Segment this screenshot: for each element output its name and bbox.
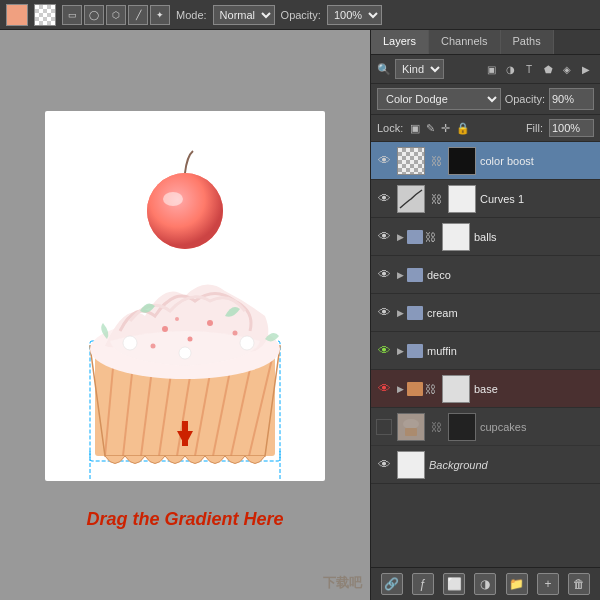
folder-icon-deco <box>407 268 423 282</box>
visibility-toggle-curves1[interactable]: 👁 <box>375 190 393 208</box>
svg-point-19 <box>175 317 179 321</box>
kind-row: 🔍 Kind ▣ ◑ T ⬟ ◈ ▶ <box>371 55 600 84</box>
svg-point-23 <box>243 339 247 343</box>
custom-tool[interactable]: ✦ <box>150 5 170 25</box>
layer-name-cupcakes: cupcakes <box>480 421 526 433</box>
visibility-toggle-deco[interactable]: 👁 <box>375 266 393 284</box>
kind-select[interactable]: Kind <box>395 59 444 79</box>
panel-bottom-bar: 🔗 ƒ ⬜ ◑ 📁 + 🗑 <box>371 567 600 600</box>
visibility-toggle-cupcakes[interactable] <box>375 418 393 436</box>
layer-base[interactable]: 👁 ▶ ⛓ base <box>371 370 600 408</box>
svg-point-22 <box>240 336 254 350</box>
expand-muffin[interactable]: ▶ <box>393 344 407 358</box>
foreground-color[interactable] <box>6 4 28 26</box>
eye-icon: 👁 <box>378 191 391 206</box>
eye-icon: 👁 <box>378 229 391 244</box>
layers-list: 👁 ⛓ color boost 👁 ⛓ <box>371 142 600 567</box>
lock-label: Lock: <box>377 122 403 134</box>
canvas-area[interactable]: Drag the Gradient Here 下载吧 <box>0 30 370 600</box>
layer-thumb-balls <box>442 223 470 251</box>
new-layer-button[interactable]: + <box>537 573 559 595</box>
mode-label: Mode: <box>176 9 207 21</box>
watermark: 下载吧 <box>323 574 362 592</box>
visibility-toggle-muffin[interactable]: 👁 <box>375 342 393 360</box>
mode-select[interactable]: Normal <box>213 5 275 25</box>
lock-icons: ▣ ✎ ✛ 🔒 <box>409 121 471 136</box>
layer-cupcakes[interactable]: ⛓ cupcakes <box>371 408 600 446</box>
eye-icon: 👁 <box>378 305 391 320</box>
circle-tool[interactable]: ◯ <box>84 5 104 25</box>
line-tool[interactable]: ╱ <box>128 5 148 25</box>
svg-point-21 <box>126 339 130 343</box>
background-color[interactable] <box>34 4 56 26</box>
chain-icon: ⛓ <box>425 383 436 395</box>
add-style-button[interactable]: ƒ <box>412 573 434 595</box>
shape-tools: ▭ ◯ ⬡ ╱ ✦ <box>62 5 170 25</box>
opacity-input[interactable] <box>549 88 594 110</box>
drag-instruction-text: Drag the Gradient Here <box>86 509 283 530</box>
visibility-toggle-cream[interactable]: 👁 <box>375 304 393 322</box>
expand-deco[interactable]: ▶ <box>393 268 407 282</box>
svg-point-27 <box>163 192 183 206</box>
eye-icon-green: 👁 <box>378 343 391 358</box>
svg-point-18 <box>233 330 238 335</box>
delete-layer-button[interactable]: 🗑 <box>568 573 590 595</box>
add-mask-button[interactable]: ⬜ <box>443 573 465 595</box>
layer-name-color-boost: color boost <box>480 155 534 167</box>
layer-muffin[interactable]: 👁 ▶ muffin <box>371 332 600 370</box>
adjustment-filter-icon[interactable]: ◑ <box>502 61 518 77</box>
expand-cream[interactable]: ▶ <box>393 306 407 320</box>
layer-thumb-color-boost <box>397 147 425 175</box>
layer-background[interactable]: 👁 Background <box>371 446 600 484</box>
blend-mode-select[interactable]: Color Dodge <box>377 88 501 110</box>
link-layers-button[interactable]: 🔗 <box>381 573 403 595</box>
type-filter-icon[interactable]: T <box>521 61 537 77</box>
add-adjustment-button[interactable]: ◑ <box>474 573 496 595</box>
layer-name-balls: balls <box>474 231 497 243</box>
layer-cream[interactable]: 👁 ▶ cream <box>371 294 600 332</box>
visibility-toggle-balls[interactable]: 👁 <box>375 228 393 246</box>
layer-color-boost[interactable]: 👁 ⛓ color boost <box>371 142 600 180</box>
svg-rect-31 <box>182 421 188 446</box>
layer-thumb-curves1 <box>397 185 425 213</box>
top-toolbar: ▭ ◯ ⬡ ╱ ✦ Mode: Normal Opacity: 100% <box>0 0 600 30</box>
tab-paths[interactable]: Paths <box>501 30 554 54</box>
canvas-content: Drag the Gradient Here <box>0 30 370 600</box>
tab-layers[interactable]: Layers <box>371 30 429 54</box>
rect-tool[interactable]: ▭ <box>62 5 82 25</box>
eye-icon: 👁 <box>378 267 391 282</box>
chain-icon: ⛓ <box>431 193 442 205</box>
tab-channels[interactable]: Channels <box>429 30 500 54</box>
visibility-toggle-color-boost[interactable]: 👁 <box>375 152 393 170</box>
visibility-toggle-base[interactable]: 👁 <box>375 380 393 398</box>
expand-base[interactable]: ▶ <box>393 382 407 396</box>
lock-pixels-icon[interactable]: ▣ <box>409 121 421 136</box>
hidden-eye-icon <box>376 419 392 435</box>
smartobj-filter-icon[interactable]: ◈ <box>559 61 575 77</box>
layer-thumb-base <box>442 375 470 403</box>
layer-mask-cupcakes <box>448 413 476 441</box>
new-group-button[interactable]: 📁 <box>506 573 528 595</box>
layer-thumb-background <box>397 451 425 479</box>
svg-point-24 <box>179 347 191 359</box>
visibility-toggle-background[interactable]: 👁 <box>375 456 393 474</box>
expand-balls[interactable]: ▶ <box>393 230 407 244</box>
lock-all-icon[interactable]: 🔒 <box>455 121 471 136</box>
poly-tool[interactable]: ⬡ <box>106 5 126 25</box>
opacity-select[interactable]: 100% <box>327 5 382 25</box>
fill-label: Fill: <box>526 122 543 134</box>
layer-name-background: Background <box>429 459 488 471</box>
fill-input[interactable] <box>549 119 594 137</box>
layer-balls[interactable]: 👁 ▶ ⛓ balls <box>371 218 600 256</box>
video-filter-icon[interactable]: ▶ <box>578 61 594 77</box>
svg-point-26 <box>147 173 223 249</box>
layer-name-curves1: Curves 1 <box>480 193 524 205</box>
layer-name-deco: deco <box>427 269 451 281</box>
pixel-filter-icon[interactable]: ▣ <box>483 61 499 77</box>
lock-paint-icon[interactable]: ✎ <box>425 121 436 136</box>
layer-curves1[interactable]: 👁 ⛓ Curves 1 <box>371 180 600 218</box>
layer-deco[interactable]: 👁 ▶ deco <box>371 256 600 294</box>
shape-filter-icon[interactable]: ⬟ <box>540 61 556 77</box>
lock-move-icon[interactable]: ✛ <box>440 121 451 136</box>
panel-tabs: Layers Channels Paths <box>371 30 600 55</box>
